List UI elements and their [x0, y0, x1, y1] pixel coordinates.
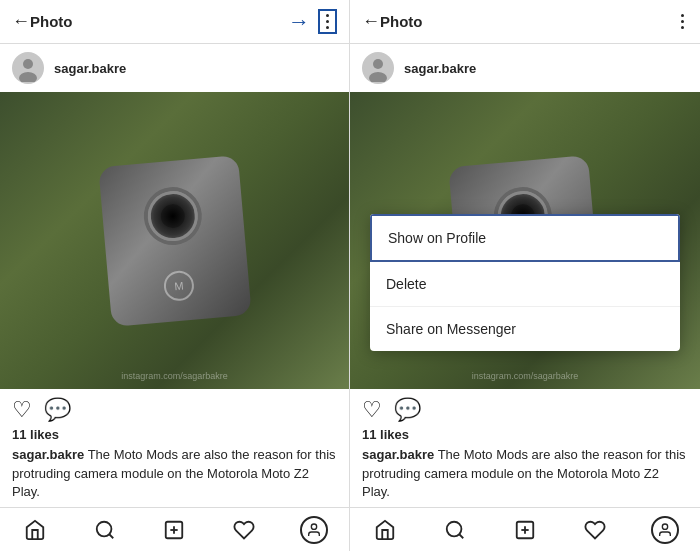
left-action-bar: ♡ 💬 — [0, 389, 349, 427]
left-nav-profile[interactable] — [292, 508, 336, 552]
left-nav-search[interactable] — [83, 508, 127, 552]
avatar-icon — [14, 54, 42, 82]
right-dot2 — [681, 20, 684, 23]
right-back-button[interactable]: ← — [362, 11, 380, 32]
left-back-button[interactable]: ← — [12, 11, 30, 32]
left-nav-profile-circle — [300, 516, 328, 544]
dropdown-menu: Show on Profile ← Delete Share on Messen… — [370, 214, 680, 351]
show-on-profile-label: Show on Profile — [388, 230, 486, 246]
dropdown-overlay: Show on Profile ← Delete Share on Messen… — [350, 44, 700, 551]
dot3 — [326, 26, 329, 29]
left-nav-add[interactable] — [152, 508, 196, 552]
delete-label: Delete — [386, 276, 426, 292]
left-username: sagar.bakre — [54, 61, 337, 76]
left-bottom-nav — [0, 507, 349, 551]
left-avatar — [12, 52, 44, 84]
svg-point-1 — [23, 59, 33, 69]
left-header: ← Photo → — [0, 0, 349, 44]
moto-logo: M — [162, 269, 195, 302]
left-more-button[interactable] — [318, 9, 337, 34]
right-panel: ← Photo sagar.bakre M — [350, 0, 700, 551]
dot1 — [326, 14, 329, 17]
left-panel: ← Photo → sagar.bakre — [0, 0, 350, 551]
dropdown-delete[interactable]: Delete — [370, 262, 680, 307]
left-photo-bg: M instagram.com/sagarbakre — [0, 92, 349, 389]
svg-point-8 — [311, 524, 316, 529]
svg-line-4 — [109, 534, 113, 538]
right-dot1 — [681, 14, 684, 17]
right-header: ← Photo — [350, 0, 700, 44]
left-user-row: sagar.bakre — [0, 44, 349, 92]
left-likes: 11 likes — [0, 427, 349, 446]
left-nav-home[interactable] — [13, 508, 57, 552]
camera-inner — [159, 203, 185, 229]
right-header-title: Photo — [380, 13, 677, 30]
dot2 — [326, 20, 329, 23]
svg-point-3 — [96, 521, 111, 536]
left-caption-username: sagar.bakre — [12, 447, 84, 462]
share-messenger-label: Share on Messenger — [386, 321, 516, 337]
left-heart-icon[interactable]: ♡ — [12, 397, 32, 423]
right-more-button[interactable] — [677, 10, 688, 33]
dropdown-share-messenger[interactable]: Share on Messenger — [370, 307, 680, 351]
left-caption: sagar.bakre The Moto Mods are also the r… — [0, 446, 349, 507]
camera-lens — [145, 189, 199, 243]
left-photo: M instagram.com/sagarbakre — [0, 92, 349, 389]
left-watermark: instagram.com/sagarbakre — [121, 371, 228, 381]
phone-mockup: M — [98, 155, 251, 327]
arrow-indicator-left: → — [288, 9, 310, 35]
left-header-title: Photo — [30, 13, 288, 30]
right-dot3 — [681, 26, 684, 29]
left-comment-icon[interactable]: 💬 — [44, 397, 71, 423]
dropdown-show-on-profile[interactable]: Show on Profile ← — [370, 214, 680, 262]
left-nav-heart[interactable] — [222, 508, 266, 552]
